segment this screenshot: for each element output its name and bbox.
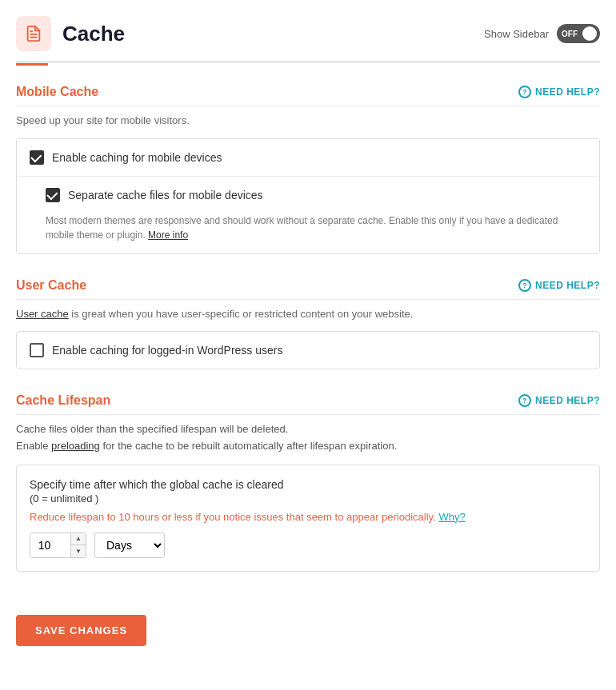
why-link[interactable]: Why? [438, 511, 465, 523]
spinner-down-button[interactable]: ▼ [71, 545, 86, 557]
lifespan-unit-select[interactable]: Hours Days Weeks Months [94, 532, 165, 558]
header-right: Show Sidebar OFF [484, 24, 600, 43]
mobile-cache-option-box: Enable caching for mobile devices Separa… [16, 138, 600, 254]
need-help-label: NEED HELP? [535, 86, 600, 98]
number-spinners: ▲ ▼ [70, 533, 86, 557]
lifespan-warning-text: Reduce lifespan to 10 hours or less if y… [30, 511, 436, 523]
user-cache-need-help[interactable]: ? NEED HELP? [518, 279, 600, 292]
sidebar-toggle[interactable]: OFF [557, 24, 600, 43]
header-accent [16, 63, 48, 66]
lifespan-box-sub: (0 = unlimited ) [30, 493, 586, 505]
lifespan-box: Specify time after which the global cach… [16, 465, 600, 572]
cache-lifespan-need-help-label: NEED HELP? [535, 395, 600, 406]
cache-lifespan-desc: Cache files older than the specified lif… [16, 421, 600, 455]
enable-logged-in-cache-label: Enable caching for logged-in WordPress u… [52, 344, 282, 357]
enable-logged-in-cache-checkbox[interactable] [30, 343, 44, 357]
page-header: Cache Show Sidebar OFF [16, 16, 600, 63]
enable-mobile-caching-label: Enable caching for mobile devices [52, 151, 222, 164]
cache-lifespan-title: Cache Lifespan [16, 393, 110, 408]
lifespan-box-title: Specify time after which the global cach… [30, 478, 586, 491]
user-cache-section: User Cache ? NEED HELP? User cache is gr… [16, 278, 600, 370]
enable-logged-in-cache-row: Enable caching for logged-in WordPress u… [17, 332, 599, 369]
sidebar-toggle-label: Show Sidebar [484, 28, 549, 40]
cache-lifespan-section: Cache Lifespan ? NEED HELP? Cache files … [16, 393, 600, 572]
toggle-state-text: OFF [562, 30, 578, 38]
lifespan-desc-line1: Cache files older than the specified lif… [16, 423, 288, 435]
preloading-link[interactable]: preloading [51, 440, 100, 452]
cache-lifespan-header: Cache Lifespan ? NEED HELP? [16, 393, 600, 415]
page-title: Cache [62, 22, 125, 46]
lifespan-number-input[interactable] [30, 533, 70, 557]
toggle-circle [582, 26, 597, 41]
separate-cache-files-desc: Most modern themes are responsive and sh… [46, 213, 586, 242]
number-input-wrapper: ▲ ▼ [30, 532, 86, 558]
separate-cache-files-top: Separate cache files for mobile devices [46, 188, 263, 202]
user-cache-need-help-icon: ? [518, 279, 531, 292]
mobile-cache-need-help[interactable]: ? NEED HELP? [518, 86, 600, 98]
cache-lifespan-need-help-icon: ? [518, 394, 531, 407]
mobile-cache-header: Mobile Cache ? NEED HELP? [16, 85, 600, 106]
cache-lifespan-need-help[interactable]: ? NEED HELP? [518, 394, 600, 407]
user-cache-title: User Cache [16, 278, 86, 293]
mobile-cache-desc: Speed up your site for mobile visitors. [16, 113, 600, 129]
user-cache-header: User Cache ? NEED HELP? [16, 278, 600, 300]
user-cache-link[interactable]: User cache [16, 308, 69, 320]
mobile-cache-section: Mobile Cache ? NEED HELP? Speed up your … [16, 85, 600, 254]
separate-cache-files-row: Separate cache files for mobile devices … [17, 176, 599, 253]
separate-cache-files-checkbox[interactable] [46, 188, 60, 202]
mobile-cache-title: Mobile Cache [16, 85, 98, 99]
lifespan-controls: ▲ ▼ Hours Days Weeks Months [30, 532, 586, 558]
enable-mobile-caching-checkbox[interactable] [30, 150, 44, 165]
page-icon [16, 16, 51, 51]
user-cache-need-help-label: NEED HELP? [535, 280, 600, 291]
separate-cache-files-label: Separate cache files for mobile devices [68, 189, 263, 201]
save-changes-button[interactable]: SAVE CHANGES [16, 615, 146, 646]
user-cache-option-box: Enable caching for logged-in WordPress u… [16, 331, 600, 369]
user-cache-desc: User cache is great when you have user-s… [16, 306, 600, 322]
header-left: Cache [16, 16, 125, 51]
need-help-icon: ? [518, 86, 531, 98]
more-info-link[interactable]: More info [148, 229, 188, 241]
lifespan-warning: Reduce lifespan to 10 hours or less if y… [30, 511, 586, 523]
spinner-up-button[interactable]: ▲ [71, 533, 86, 545]
enable-mobile-caching-row: Enable caching for mobile devices [17, 139, 599, 176]
